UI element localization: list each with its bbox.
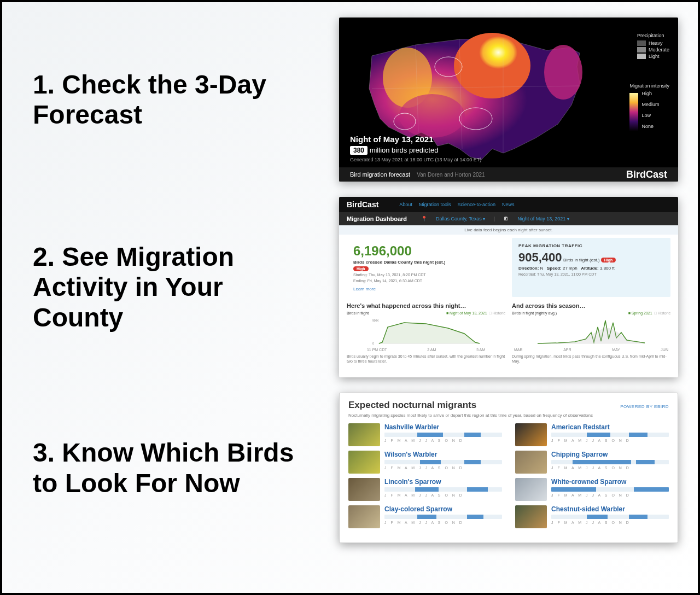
migrant-item[interactable]: Chipping Sparrow J F M A M J J A S O N D (515, 451, 669, 474)
peak-value: 905,400 (518, 250, 562, 264)
nav-link[interactable]: About (399, 202, 412, 207)
species-name[interactable]: Chestnut-sided Warbler (551, 505, 669, 513)
migrant-item[interactable]: White-crowned Sparrow J F M A M J J A S … (515, 478, 669, 501)
peak-title: PEAK MIGRATION TRAFFIC (518, 243, 664, 248)
forecast-footer-title: Bird migration forecast (350, 171, 410, 178)
step-3-row: 3. Know Which Birds to Look For Now Expe… (22, 393, 678, 543)
chart-night: Here's what happened across this night… … (347, 302, 505, 364)
infographic-frame: 1. Check the 3-Day Forecast (0, 0, 700, 595)
chart-night-head: Here's what happened across this night… (347, 302, 505, 309)
month-axis: J F M A M J J A S O N D (551, 466, 669, 470)
peak-recorded: Recorded: Thu, May 13, 2021, 11:00 PM CD… (518, 272, 664, 277)
step-2-label: 2. See Migration Activity in Your County (22, 242, 317, 332)
intensity-legend: Migration intensity HighMediumLowNone (629, 83, 669, 133)
dashboard-subnav: Migration Dashboard 📍 Dallas County, Tex… (339, 212, 678, 225)
forecast-footer-credit: Van Doren and Horton 2021 (417, 172, 485, 178)
bird-thumbnail (515, 423, 547, 446)
species-name[interactable]: Nashville Warbler (384, 423, 502, 431)
forecast-count: 380 (350, 146, 368, 155)
crossed-start: Starting: Thu, May 13, 2021, 8:20 PM CDT (353, 272, 499, 277)
peak-detail-row: Direction: N Speed: 27 mph Altitude: 3,8… (518, 266, 664, 271)
species-name[interactable]: Lincoln's Sparrow (384, 478, 502, 486)
nav-link[interactable]: Migration tools (419, 202, 451, 207)
intensity-gradient (629, 93, 638, 131)
migrant-item[interactable]: Clay-colored Sparrow J F M A M J J A S O… (348, 505, 502, 528)
crossed-card: 6,196,000 Birds crossed Dallas County th… (347, 238, 505, 297)
chart-night-metric: Birds in flight (347, 311, 369, 315)
precip-title: Precipitation (637, 33, 669, 38)
forecast-count-suffix: million birds predicted (370, 146, 439, 154)
migrant-item[interactable]: Chestnut-sided Warbler J F M A M J J A S… (515, 505, 669, 528)
migrant-item[interactable]: Nashville Warbler J F M A M J J A S O N … (348, 423, 502, 446)
frequency-bar (551, 487, 669, 492)
frequency-bar (384, 515, 502, 519)
month-axis: J F M A M J J A S O N D (551, 493, 669, 497)
bird-thumbnail (348, 423, 380, 446)
nav-link[interactable]: News (502, 202, 515, 207)
feed-note: Live data feed begins each night after s… (339, 225, 678, 235)
peak-badge: High (601, 258, 616, 262)
date-selector[interactable]: Night of May 13, 2021 (517, 216, 569, 221)
nav-link[interactable]: Science-to-action (457, 202, 495, 207)
bird-thumbnail (515, 478, 547, 501)
chart-season: And across this season… Birds in flight … (512, 302, 670, 364)
precip-level: Moderate (637, 47, 669, 52)
month-axis: J F M A M J J A S O N D (384, 466, 502, 470)
chart-night-caption: Birds usually begin to migrate 30 to 45 … (347, 354, 505, 364)
forecast-prediction: 380 million birds predicted (350, 146, 481, 155)
step-1-label: 1. Check the 3-Day Forecast (22, 69, 317, 130)
migrants-panel: Expected nocturnal migrants POWERED BY E… (339, 393, 678, 543)
crossed-value: 6,196,000 (353, 243, 499, 259)
migrants-title: Expected nocturnal migrants (348, 400, 476, 411)
frequency-bar (384, 460, 502, 464)
month-axis: J F M A M J J A S O N D (384, 439, 502, 442)
frequency-bar (551, 515, 669, 519)
svg-text:900K: 900K (372, 319, 379, 322)
frequency-bar (384, 487, 502, 492)
step-3-label: 3. Know Which Birds to Look For Now (22, 438, 317, 498)
precip-level: Heavy (637, 40, 669, 46)
species-name[interactable]: Wilson's Warbler (384, 451, 502, 458)
frequency-bar (384, 433, 502, 437)
svg-point-2 (399, 94, 465, 138)
dashboard-topnav: BirdCast AboutMigration toolsScience-to-… (339, 197, 678, 212)
bird-thumbnail (515, 451, 547, 474)
chart-season-caption: During spring migration, most birds pass… (512, 354, 670, 364)
svg-point-3 (544, 45, 582, 100)
crossed-badge: High (353, 266, 369, 271)
migrant-item[interactable]: Lincoln's Sparrow J F M A M J J A S O N … (348, 478, 502, 501)
month-axis: J F M A M J J A S O N D (551, 439, 669, 442)
forecast-night-label: Night of May 13, 2021 (350, 135, 481, 144)
svg-point-0 (454, 33, 530, 98)
forecast-generated: Generated 13 May 2021 at 18:00 UTC (13 M… (350, 157, 481, 162)
precip-level: Light (637, 54, 669, 59)
step-2-row: 2. See Migration Activity in Your County… (22, 197, 678, 377)
dashboard-panel: BirdCast AboutMigration toolsScience-to-… (339, 197, 678, 377)
calendar-icon: 🗓 (504, 216, 509, 221)
svg-text:0: 0 (372, 342, 374, 345)
county-selector[interactable]: Dallas County, Texas (436, 216, 485, 221)
intensity-title: Migration intensity (629, 83, 669, 89)
dashboard-brand: BirdCast (347, 200, 378, 209)
bird-thumbnail (348, 451, 380, 474)
learn-more-link[interactable]: Learn more (353, 287, 376, 291)
chart-season-head: And across this season… (512, 302, 670, 309)
species-name[interactable]: American Redstart (551, 423, 669, 431)
species-name[interactable]: Chipping Sparrow (551, 451, 669, 458)
crossed-end: Ending: Fri, May 14, 2021, 6:30 AM CDT (353, 278, 499, 283)
bird-thumbnail (348, 505, 380, 528)
month-axis: J F M A M J J A S O N D (551, 521, 669, 524)
frequency-bar (551, 433, 669, 437)
species-name[interactable]: Clay-colored Sparrow (384, 505, 502, 513)
location-icon: 📍 (421, 216, 427, 221)
peak-card: PEAK MIGRATION TRAFFIC 905,400 Birds in … (512, 238, 670, 297)
bird-thumbnail (515, 505, 547, 528)
forecast-footer: Bird migration forecast Van Doren and Ho… (339, 167, 678, 182)
precip-legend: Precipitation HeavyModerateLight (637, 33, 669, 60)
migrant-item[interactable]: Wilson's Warbler J F M A M J J A S O N D (348, 451, 502, 474)
species-name[interactable]: White-crowned Sparrow (551, 478, 669, 486)
month-axis: J F M A M J J A S O N D (384, 493, 502, 497)
migrant-item[interactable]: American Redstart J F M A M J J A S O N … (515, 423, 669, 446)
crossed-desc: Birds crossed Dallas County this night (… (353, 260, 499, 265)
step-1-row: 1. Check the 3-Day Forecast (22, 18, 678, 182)
